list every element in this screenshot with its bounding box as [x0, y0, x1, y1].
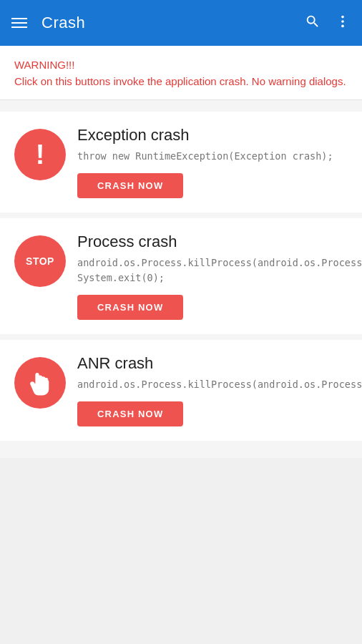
warning-text: WARNING!!! Click on this buttons invoke …: [14, 57, 348, 89]
more-vertical-icon[interactable]: [335, 14, 351, 32]
process-crash-card: STOP Process crash android.os.Process.ki…: [0, 218, 362, 334]
anr-icon-circle: [14, 357, 66, 409]
anr-crash-info: ANR crash android.os.Process.killProcess…: [77, 354, 362, 426]
exception-crash-code: throw new RuntimeException(Exception cra…: [77, 149, 348, 163]
warning-line1: WARNING!!!: [14, 59, 74, 71]
process-icon-wrap: STOP: [14, 235, 66, 287]
anr-crash-code: android.os.Process.killProcess(android.o…: [77, 377, 362, 391]
exception-crash-now-button[interactable]: CRASH NOW: [77, 173, 183, 198]
svg-point-0: [341, 16, 344, 19]
exception-icon-circle: !: [14, 129, 66, 180]
stop-sign-icon: STOP: [21, 243, 59, 280]
exception-crash-title: Exception crash: [77, 126, 348, 145]
warning-banner: WARNING!!! Click on this buttons invoke …: [0, 46, 362, 100]
app-bar-actions: [305, 14, 351, 32]
svg-point-1: [341, 20, 344, 23]
anr-crash-title: ANR crash: [77, 354, 362, 373]
process-crash-code: android.os.Process.killProcess(android.o…: [77, 255, 362, 285]
exception-icon-wrap: !: [14, 129, 66, 180]
process-crash-now-button[interactable]: CRASH NOW: [77, 295, 183, 320]
warning-line2: Click on this buttons invoke the applica…: [14, 75, 346, 87]
exception-crash-info: Exception crash throw new RuntimeExcepti…: [77, 126, 348, 198]
exclamation-icon: !: [36, 141, 45, 168]
content-area: ! Exception crash throw new RuntimeExcep…: [0, 100, 362, 458]
app-bar: Crash: [0, 0, 362, 46]
app-bar-title: Crash: [41, 14, 305, 32]
menu-icon[interactable]: [11, 18, 27, 28]
hand-icon: [25, 368, 55, 398]
exception-crash-card: ! Exception crash throw new RuntimeExcep…: [0, 112, 362, 213]
anr-crash-now-button[interactable]: CRASH NOW: [77, 401, 183, 426]
process-crash-title: Process crash: [77, 233, 362, 251]
anr-icon-wrap: [14, 357, 66, 409]
process-icon-circle: STOP: [14, 235, 66, 287]
process-crash-info: Process crash android.os.Process.killPro…: [77, 233, 362, 320]
svg-point-2: [341, 25, 344, 28]
search-icon[interactable]: [305, 14, 321, 32]
anr-crash-card: ANR crash android.os.Process.killProcess…: [0, 340, 362, 441]
